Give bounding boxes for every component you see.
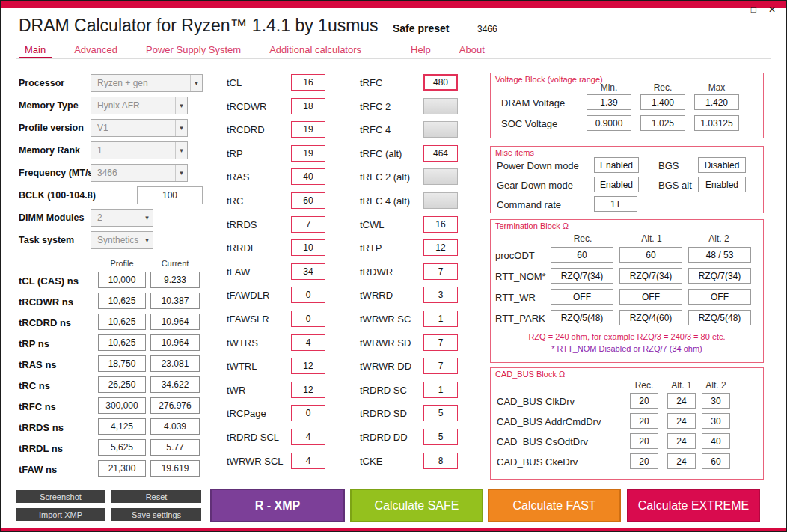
timing-label: tWRWR SCL	[227, 456, 284, 467]
timing-input[interactable]: 7	[423, 358, 458, 374]
timing-input[interactable]: 12	[423, 239, 458, 256]
termination-row: procODT 60 60 48 / 53	[491, 245, 763, 266]
timing-input[interactable]: 4	[291, 334, 325, 351]
cad-bus-row: CAD_BUS AddrCmdDrv 20 24 30	[491, 412, 763, 432]
timing-input[interactable]: 480	[423, 74, 458, 91]
timing-input[interactable]: 60	[291, 192, 325, 209]
memory-type-value: Hynix AFR	[91, 97, 175, 114]
screenshot-button[interactable]: Screenshot	[16, 490, 105, 503]
timing-input[interactable]: 34	[291, 263, 325, 280]
timing-input[interactable]: 4	[291, 429, 325, 445]
timing-row: tRFC 480	[358, 74, 478, 98]
timing-input[interactable]: 7	[423, 334, 458, 351]
command-rate-label: Command rate	[497, 199, 561, 210]
profile-value-cell: 18,750	[98, 355, 146, 372]
cad-bus-row: CAD_BUS CkeDrv 20 24 60	[491, 453, 763, 473]
voltage-min-value: 1.39	[587, 94, 631, 110]
timing-input[interactable]	[423, 98, 458, 114]
table-row: tRCDRD ns 10,625 10.964	[19, 314, 203, 334]
memory-rank-label: Memory Rank	[19, 145, 80, 156]
table-row: tRFC ns 300,000 276.976	[19, 397, 203, 418]
current-value-cell: 5.77	[150, 439, 200, 456]
timing-input[interactable]: 4	[291, 453, 325, 469]
timing-label: tWRRD	[360, 290, 393, 301]
voltage-block: Voltage Block (voltage range) Min. Rec. …	[490, 73, 764, 138]
timing-row: tRRDS 7	[225, 216, 345, 240]
tab[interactable]: Main	[19, 43, 52, 58]
timing-input[interactable]: 19	[291, 145, 325, 162]
tab[interactable]: Additional calculators	[263, 43, 367, 58]
timing-input[interactable]: 7	[291, 216, 325, 233]
timing-label: tRCDWR	[227, 101, 266, 112]
timing-input[interactable]: 0	[291, 287, 325, 303]
timing-input[interactable]: 1	[423, 382, 458, 398]
timing-input[interactable]: 19	[291, 121, 325, 138]
voltage-rows: DRAM Voltage 1.39 1.400 1.420 SOC Voltag…	[491, 93, 763, 135]
task-system-select[interactable]: Synthetics ▾	[91, 231, 153, 249]
r-xmp-button[interactable]: R - XMP	[210, 489, 345, 522]
calculate-fast-button[interactable]: Calculate FAST	[488, 489, 621, 522]
timing-input[interactable]: 12	[291, 382, 325, 398]
minimize-icon[interactable]: –	[734, 4, 739, 15]
timing-input[interactable]: 12	[291, 358, 325, 374]
timing-input[interactable]: 40	[291, 168, 325, 185]
timing-input[interactable]: 1	[423, 311, 458, 327]
tab[interactable]: Advanced	[68, 43, 123, 58]
timing-input[interactable]: 5	[423, 429, 458, 445]
timing-label: tRRDS	[227, 219, 257, 230]
timing-input[interactable]: 18	[291, 98, 325, 114]
termination-block-title: Termination Block Ω	[495, 221, 569, 230]
tab[interactable]: About	[453, 43, 491, 58]
import-xmp-button[interactable]: Import XMP	[16, 508, 105, 521]
cad-bus-alt2-value: 60	[702, 453, 730, 469]
cad-bus-label: CAD_BUS ClkDrv	[497, 396, 575, 407]
calculate-safe-button[interactable]: Calculate SAFE	[350, 489, 483, 522]
tab[interactable]: Help	[405, 43, 437, 58]
memory-type-select[interactable]: Hynix AFR ▾	[91, 97, 188, 114]
timing-input[interactable]	[423, 168, 458, 185]
tab[interactable]: Power Supply System	[140, 43, 247, 58]
cad-bus-alt2-value: 30	[702, 393, 730, 409]
frequency-select[interactable]: 3466 ▾	[91, 164, 188, 182]
timing-input[interactable]: 5	[423, 405, 458, 421]
timing-input[interactable]: 3	[423, 287, 458, 303]
table-row: tRRDL ns 5,625 5.77	[19, 439, 203, 460]
timing-input[interactable]	[423, 121, 458, 138]
timing-row: tRTP 12	[358, 239, 478, 263]
reset-button[interactable]: Reset	[111, 490, 201, 503]
termination-alt2-value: OFF	[688, 289, 751, 305]
chevron-down-icon: ▾	[175, 97, 187, 114]
save-settings-button[interactable]: Save settings	[111, 508, 201, 521]
processor-select[interactable]: Ryzen + gen ▾	[91, 74, 203, 92]
timing-input[interactable]: 0	[291, 405, 325, 421]
memory-rank-select[interactable]: 1 ▾	[91, 141, 188, 159]
cad-bus-alt1-value: 24	[667, 393, 696, 409]
dimm-modules-select[interactable]: 2 ▾	[91, 209, 153, 227]
timing-input[interactable]	[423, 192, 458, 209]
profile-version-select[interactable]: V1 ▾	[91, 119, 188, 137]
calculate-extreme-button[interactable]: Calculate EXTREME	[627, 489, 760, 522]
termination-label: procODT	[495, 250, 535, 261]
frequency-row: Frequency (MT/s) 3466 ▾	[19, 164, 203, 186]
current-value-cell: 276.976	[150, 397, 200, 414]
maximize-icon[interactable]: □	[751, 4, 756, 15]
rec-column-header: Rec.	[654, 82, 673, 93]
secondary-timings-column: tRFC 480 tRFC 2 tRFC 4 tRFC (alt) 464 tR…	[358, 74, 478, 476]
profile-version-label: Profile version	[19, 123, 84, 133]
timing-input[interactable]: 7	[423, 263, 458, 280]
voltage-label: SOC Voltage	[501, 118, 557, 129]
close-icon[interactable]: ✕	[768, 4, 776, 15]
timing-input[interactable]: 16	[291, 74, 325, 91]
bclk-input[interactable]	[137, 186, 203, 204]
termination-label: RTT_NOM*	[495, 271, 546, 282]
timing-row: tRCDWR 18	[225, 98, 345, 122]
timing-input[interactable]: 0	[291, 311, 325, 327]
cad-bus-alt1-value: 24	[667, 413, 696, 429]
timing-row: tWRWR SCL 4	[225, 453, 345, 477]
timing-input[interactable]: 10	[291, 239, 325, 256]
bgs-label: BGS	[658, 160, 679, 171]
cad-bus-rec-value: 20	[630, 413, 658, 429]
timing-input[interactable]: 8	[423, 453, 458, 469]
timing-input[interactable]: 464	[423, 145, 458, 162]
timing-input[interactable]: 16	[423, 216, 458, 233]
